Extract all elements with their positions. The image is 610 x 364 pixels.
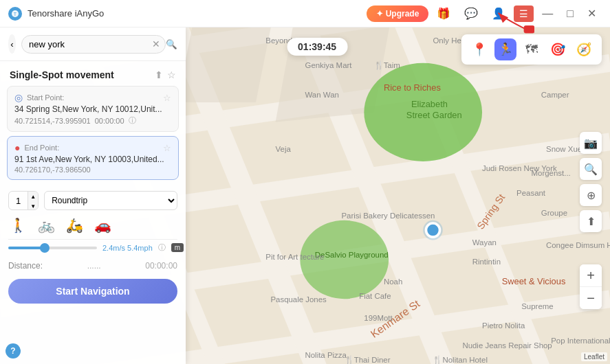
svg-text:Peasant: Peasant (516, 189, 546, 197)
svg-text:T: T (14, 12, 17, 16)
distance-label: Distance: (8, 261, 43, 271)
speed-slider[interactable] (8, 247, 97, 249)
app-title: Tenorshare iAnyGo (28, 8, 104, 19)
start-point-label: Start Point: (27, 93, 64, 102)
trip-type-select[interactable]: Roundtrip One-Way Loop (44, 191, 177, 210)
map-side-icons: 📷 🔍 ⊕ ⬆ (580, 132, 602, 232)
spinbox-arrows: ▲ ▼ (28, 192, 38, 210)
end-point-star-button[interactable]: ☆ (163, 143, 171, 153)
map-compass-button[interactable]: ⬆ (580, 210, 602, 232)
route-section: ◎ Start Point: ☆ 34 Spring St,New York, … (0, 86, 186, 184)
svg-text:Parisi Bakery Delicatessen: Parisi Bakery Delicatessen (341, 212, 435, 220)
end-point-label: End Point: (24, 144, 59, 152)
speed-section: 2.4m/s 5.4mph ⓘ m (8, 242, 177, 258)
titlebar-right: ✦ Upgrade 🎁 💬 👤 ☰ — □ ✕ (367, 4, 602, 23)
distance-row: Distance: ...... 00:00:00 (8, 258, 177, 273)
close-button[interactable]: ✕ (582, 4, 602, 23)
search-bar: ‹ ✕ 🔍 (0, 27, 186, 61)
end-point-coords: 40.726170,-73.986500 (14, 166, 171, 174)
svg-text:Judi Rosen New York: Judi Rosen New York (482, 164, 557, 172)
movement-header: Single-Spot movement ⬆ ☆ (0, 61, 186, 86)
maximize-button[interactable]: □ (561, 5, 579, 23)
back-icon: ‹ (10, 39, 13, 49)
trip-count-spinbox: 1 ▲ ▼ (8, 191, 39, 210)
upgrade-button[interactable]: ✦ Upgrade (367, 5, 428, 22)
start-point-info-icon[interactable]: ⓘ (129, 115, 136, 126)
svg-text:Camper: Camper (541, 91, 569, 99)
transport-moped-button[interactable]: 🛵 (66, 217, 83, 234)
gift-button[interactable]: 🎁 (431, 4, 456, 23)
controls-section: 1 ▲ ▼ Roundtrip One-Way Loop 🚶 🚲 🛵 🚗 (0, 184, 186, 315)
svg-text:DeSalvio Playground: DeSalvio Playground (315, 251, 389, 259)
map-tool-location[interactable]: 📍 (468, 38, 490, 60)
start-point-coords: 40.721514,-73.995901 00:00:00 ⓘ (14, 115, 171, 126)
start-point-card: ◎ Start Point: ☆ 34 Spring St,New York, … (7, 86, 179, 132)
svg-text:Pit for Art tecture: Pit for Art tecture (265, 253, 324, 261)
map-search-button[interactable]: 🔍 (580, 158, 602, 180)
svg-text:Pasquale Jones: Pasquale Jones (270, 295, 327, 304)
start-point-time: 00:00:00 (95, 117, 124, 125)
zoom-controls: + − (580, 264, 602, 309)
zoom-out-button[interactable]: − (580, 287, 602, 309)
speed-info-icon[interactable]: ⓘ (158, 242, 166, 253)
svg-text:🍴Thai Diner: 🍴Thai Diner (345, 355, 391, 364)
transport-icons: 🚶 🚲 🛵 🚗 (8, 217, 177, 239)
star-icon-button[interactable]: ☆ (167, 69, 176, 80)
map-screenshot-button[interactable]: 📷 (580, 132, 602, 154)
titlebar-left: T Tenorshare iAnyGo (8, 7, 104, 21)
distance-time: 00:00:00 (145, 261, 177, 271)
timer-badge: 01:39:45 (287, 38, 347, 56)
svg-text:Groupe: Groupe (541, 209, 567, 217)
end-point-header: ● End Point: ☆ (14, 142, 171, 153)
svg-text:Rice to Riches: Rice to Riches (384, 82, 441, 93)
svg-text:Elizabeth: Elizabeth (411, 99, 448, 109)
svg-text:Street Garden: Street Garden (406, 110, 462, 120)
svg-text:Nolita Pizza: Nolita Pizza (305, 351, 347, 359)
svg-text:Fiat Cafe: Fiat Cafe (359, 292, 391, 300)
map-tool-person[interactable]: 🧭 (573, 38, 595, 60)
svg-text:🍴Taim: 🍴Taim (374, 60, 400, 70)
spinbox-down-button[interactable]: ▼ (28, 201, 38, 210)
svg-text:199Mott: 199Mott (364, 314, 393, 322)
map-target-button[interactable]: ⊕ (580, 184, 602, 206)
svg-text:Wayan: Wayan (472, 238, 497, 247)
app-logo: T (8, 7, 22, 21)
search-input[interactable] (21, 35, 166, 54)
search-clear-button[interactable]: ✕ (152, 38, 160, 49)
svg-rect-3 (524, 26, 534, 34)
start-navigation-button[interactable]: Start Navigation (8, 279, 177, 304)
end-point-icon: ● (14, 142, 20, 153)
svg-text:🍴Nolitan Hotel: 🍴Nolitan Hotel (433, 355, 487, 364)
zoom-in-button[interactable]: + (580, 264, 602, 286)
spinbox-up-button[interactable]: ▲ (28, 192, 38, 201)
map-tool-route[interactable]: 🗺 (521, 38, 543, 60)
svg-text:Pop International Galleries: Pop International Galleries (551, 337, 610, 345)
search-icon-button[interactable]: 🔍 (166, 39, 177, 49)
svg-text:Supreme: Supreme (521, 302, 553, 310)
svg-text:Veja: Veja (276, 145, 292, 153)
transport-walk-button[interactable]: 🚶 (10, 217, 27, 234)
svg-text:Noah: Noah (384, 277, 402, 286)
svg-text:Pietro Nolita: Pietro Nolita (482, 321, 525, 330)
start-point-star-button[interactable]: ☆ (163, 93, 171, 103)
svg-text:Congee Dimsum Ho...: Congee Dimsum Ho... (546, 241, 610, 249)
leaflet-credit: Leaflet (581, 352, 607, 361)
svg-text:Nudie Jeans Repair Shop: Nudie Jeans Repair Shop (462, 341, 552, 350)
help-button[interactable]: ? (6, 343, 21, 359)
speed-unit-badge[interactable]: m (171, 243, 184, 252)
map-tool-move[interactable]: 🏃 (494, 38, 516, 60)
minimize-button[interactable]: — (536, 5, 558, 23)
map-tool-compass[interactable]: 🎯 (547, 38, 569, 60)
transport-bike-button[interactable]: 🚲 (38, 217, 55, 234)
svg-text:Wan Wan: Wan Wan (305, 91, 339, 99)
speed-label: 2.4m/s 5.4mph (102, 244, 153, 252)
discord-button[interactable]: 💬 (459, 4, 483, 23)
transport-car-button[interactable]: 🚗 (94, 217, 111, 234)
end-point-address: 91 1st Ave,New York, NY 10003,United... (14, 155, 171, 164)
trip-controls: 1 ▲ ▼ Roundtrip One-Way Loop (8, 191, 177, 210)
movement-title: Single-Spot movement (10, 69, 114, 80)
share-icon-button[interactable]: ⬆ (155, 69, 163, 80)
back-button[interactable]: ‹ (8, 34, 16, 54)
map-toolbar: 📍 🏃 🗺 🎯 🧭 (461, 34, 602, 65)
svg-point-72 (426, 223, 439, 237)
